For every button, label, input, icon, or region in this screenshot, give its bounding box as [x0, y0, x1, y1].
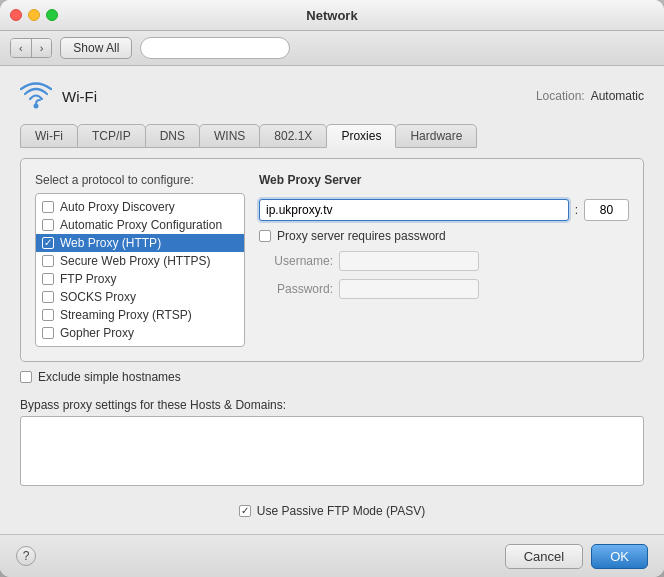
footer-buttons: Cancel OK	[505, 544, 648, 569]
location-section: Location: Automatic	[536, 89, 644, 103]
checkbox-socks-proxy[interactable]	[42, 291, 54, 303]
right-column: Web Proxy Server : Proxy server requires…	[259, 173, 629, 347]
ok-button[interactable]: OK	[591, 544, 648, 569]
minimize-button[interactable]	[28, 9, 40, 21]
protocol-item-auto-proxy-config[interactable]: Automatic Proxy Configuration	[36, 216, 244, 234]
tab-hardware[interactable]: Hardware	[395, 124, 477, 148]
content-area: Wi-Fi Location: Automatic Wi-Fi TCP/IP D…	[0, 66, 664, 534]
tab-tcpip[interactable]: TCP/IP	[77, 124, 146, 148]
protocol-label: Gopher Proxy	[60, 326, 134, 340]
checkbox-auto-proxy-discovery[interactable]	[42, 201, 54, 213]
checkbox-exclude-hostnames[interactable]	[20, 371, 32, 383]
footer: ? Cancel OK	[0, 534, 664, 577]
check-mark: ✓	[44, 238, 52, 248]
checkbox-secure-web-proxy[interactable]	[42, 255, 54, 267]
nav-buttons: ‹ ›	[10, 38, 52, 58]
tab-8021x[interactable]: 802.1X	[259, 124, 327, 148]
wifi-icon	[20, 80, 52, 112]
protocol-item-secure-web-proxy[interactable]: Secure Web Proxy (HTTPS)	[36, 252, 244, 270]
protocol-item-ftp-proxy[interactable]: FTP Proxy	[36, 270, 244, 288]
network-window: Network ‹ › Show All ⚲	[0, 0, 664, 577]
protocol-item-auto-proxy-discovery[interactable]: Auto Proxy Discovery	[36, 198, 244, 216]
protocol-label: SOCKS Proxy	[60, 290, 136, 304]
protocol-item-web-proxy[interactable]: ✓ Web Proxy (HTTP)	[36, 234, 244, 252]
help-button[interactable]: ?	[16, 546, 36, 566]
protocol-item-socks-proxy[interactable]: SOCKS Proxy	[36, 288, 244, 306]
bypass-label: Bypass proxy settings for these Hosts & …	[20, 398, 644, 412]
tabs-container: Wi-Fi TCP/IP DNS WINS 802.1X Proxies Har…	[20, 124, 644, 148]
username-row: Username:	[263, 251, 629, 271]
location-value: Automatic	[591, 89, 644, 103]
search-input[interactable]	[140, 37, 290, 59]
full-bottom-section: Exclude simple hostnames Bypass proxy se…	[20, 370, 644, 518]
checkbox-web-proxy[interactable]: ✓	[42, 237, 54, 249]
toolbar: ‹ › Show All ⚲	[0, 31, 664, 66]
protocol-item-streaming-proxy[interactable]: Streaming Proxy (RTSP)	[36, 306, 244, 324]
protocol-label: Automatic Proxy Configuration	[60, 218, 222, 232]
checkbox-ftp-proxy[interactable]	[42, 273, 54, 285]
check-mark: ✓	[241, 506, 249, 516]
forward-button[interactable]: ›	[32, 39, 52, 57]
tab-wins[interactable]: WINS	[199, 124, 260, 148]
bypass-textarea[interactable]	[20, 416, 644, 486]
search-wrapper: ⚲	[140, 37, 290, 59]
password-input[interactable]	[339, 279, 479, 299]
protocol-header: Select a protocol to configure:	[35, 173, 245, 187]
password-row: Password:	[263, 279, 629, 299]
username-label: Username:	[263, 254, 333, 268]
checkbox-streaming-proxy[interactable]	[42, 309, 54, 321]
proxy-server-title: Web Proxy Server	[259, 173, 629, 187]
exclude-row[interactable]: Exclude simple hostnames	[20, 370, 644, 384]
proxy-port-input[interactable]	[584, 199, 629, 221]
svg-point-0	[34, 104, 39, 109]
left-column: Select a protocol to configure: Auto Pro…	[35, 173, 245, 347]
passive-ftp-row[interactable]: ✓ Use Passive FTP Mode (PASV)	[20, 504, 644, 518]
protocol-list: Auto Proxy Discovery Automatic Proxy Con…	[35, 193, 245, 347]
maximize-button[interactable]	[46, 9, 58, 21]
main-panel: Select a protocol to configure: Auto Pro…	[20, 158, 644, 362]
proxy-server-row: :	[259, 199, 629, 221]
protocol-label: FTP Proxy	[60, 272, 116, 286]
wifi-header: Wi-Fi	[20, 76, 97, 116]
colon-separator: :	[575, 203, 578, 217]
checkbox-gopher-proxy[interactable]	[42, 327, 54, 339]
close-button[interactable]	[10, 9, 22, 21]
proxy-address-input[interactable]	[259, 199, 569, 221]
panel-inner: Select a protocol to configure: Auto Pro…	[35, 173, 629, 347]
location-label: Location:	[536, 89, 585, 103]
wifi-name: Wi-Fi	[62, 88, 97, 105]
protocol-label: Secure Web Proxy (HTTPS)	[60, 254, 210, 268]
exclude-label: Exclude simple hostnames	[38, 370, 181, 384]
protocol-item-gopher-proxy[interactable]: Gopher Proxy	[36, 324, 244, 342]
requires-password-row[interactable]: Proxy server requires password	[259, 229, 629, 243]
checkbox-passive-ftp[interactable]: ✓	[239, 505, 251, 517]
passive-ftp-label: Use Passive FTP Mode (PASV)	[257, 504, 425, 518]
protocol-label: Auto Proxy Discovery	[60, 200, 175, 214]
tab-dns[interactable]: DNS	[145, 124, 200, 148]
requires-password-label: Proxy server requires password	[277, 229, 446, 243]
tab-wifi[interactable]: Wi-Fi	[20, 124, 78, 148]
show-all-button[interactable]: Show All	[60, 37, 132, 59]
protocol-label: Streaming Proxy (RTSP)	[60, 308, 192, 322]
checkbox-requires-password[interactable]	[259, 230, 271, 242]
bypass-section: Bypass proxy settings for these Hosts & …	[20, 398, 644, 486]
checkbox-auto-proxy-config[interactable]	[42, 219, 54, 231]
traffic-lights	[10, 9, 58, 21]
wifi-header-row: Wi-Fi Location: Automatic	[20, 76, 644, 116]
cancel-button[interactable]: Cancel	[505, 544, 583, 569]
title-bar: Network	[0, 0, 664, 31]
username-input[interactable]	[339, 251, 479, 271]
window-title: Network	[306, 8, 357, 23]
back-button[interactable]: ‹	[11, 39, 32, 57]
password-label: Password:	[263, 282, 333, 296]
protocol-label: Web Proxy (HTTP)	[60, 236, 161, 250]
tab-proxies[interactable]: Proxies	[326, 124, 396, 148]
